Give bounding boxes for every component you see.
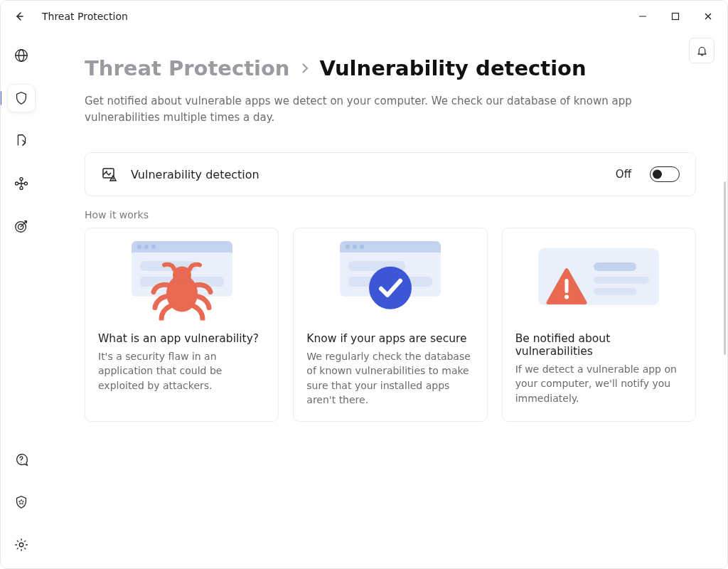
svg-point-15 xyxy=(564,295,569,299)
file-share-icon xyxy=(14,133,29,149)
card-what-is-vulnerability: What is an app vulnerability? It's a sec… xyxy=(85,228,279,422)
how-it-works-label: How it works xyxy=(85,209,696,220)
help-chat-icon xyxy=(14,452,29,467)
card-apps-secure: Know if your apps are secure We regularl… xyxy=(293,228,487,422)
globe-icon xyxy=(14,48,29,63)
scrollbar[interactable] xyxy=(724,181,726,355)
window-close-button[interactable] xyxy=(692,5,724,28)
svg-point-3 xyxy=(16,182,18,185)
card-desc: It's a security flaw in an application t… xyxy=(98,349,265,393)
chevron-right-icon xyxy=(300,60,310,76)
illustration-bug xyxy=(122,241,242,319)
back-button[interactable] xyxy=(9,6,29,26)
switch-knob xyxy=(653,170,662,179)
breadcrumb-parent[interactable]: Threat Protection xyxy=(85,56,290,80)
target-icon xyxy=(14,218,29,234)
arrow-left-icon xyxy=(14,11,25,22)
notifications-button[interactable] xyxy=(689,38,714,63)
card-be-notified: Be notified about vulnerabilities If we … xyxy=(502,228,696,422)
gear-icon xyxy=(14,537,29,553)
vulnerability-detection-switch[interactable] xyxy=(650,166,680,182)
sidebar-item-protection[interactable] xyxy=(8,85,35,112)
sidebar-item-browse[interactable] xyxy=(8,42,35,69)
breadcrumb-current: Vulnerability detection xyxy=(320,56,587,80)
sidebar-item-goals[interactable] xyxy=(8,213,35,240)
svg-point-14 xyxy=(369,267,412,309)
check-circle-icon xyxy=(367,265,414,312)
page-subtitle: Get notified about vulnerable apps we de… xyxy=(85,93,689,125)
sidebar-item-file[interactable] xyxy=(8,127,35,154)
sidebar-item-help[interactable] xyxy=(8,446,35,473)
svg-point-11 xyxy=(106,171,107,172)
titlebar: Threat Protection xyxy=(1,1,727,32)
svg-point-6 xyxy=(20,186,23,189)
sidebar-item-network[interactable] xyxy=(8,170,35,197)
svg-point-5 xyxy=(20,178,23,181)
bug-icon xyxy=(149,262,215,321)
toggle-state-label: Off xyxy=(616,168,631,181)
main-content: Threat Protection Vulnerability detectio… xyxy=(42,32,727,568)
card-title: What is an app vulnerability? xyxy=(98,332,265,345)
info-cards: What is an app vulnerability? It's a sec… xyxy=(85,228,696,422)
illustration-check xyxy=(330,241,451,319)
warning-triangle-icon xyxy=(546,268,587,305)
window-maximize-button[interactable] xyxy=(659,5,692,28)
sidebar-item-favorite[interactable] xyxy=(8,489,35,516)
shield-star-icon xyxy=(14,494,29,510)
svg-point-9 xyxy=(19,543,23,547)
sidebar xyxy=(1,32,42,568)
shield-icon xyxy=(14,90,29,106)
card-desc: If we detect a vulnerable app on your co… xyxy=(515,362,682,405)
toggle-label: Vulnerability detection xyxy=(131,168,603,181)
svg-point-4 xyxy=(24,182,27,185)
card-title: Be notified about vulnerabilities xyxy=(515,332,682,358)
minimize-icon xyxy=(638,12,647,21)
illustration-warning xyxy=(538,241,659,319)
window-title: Threat Protection xyxy=(42,11,128,22)
nodes-icon xyxy=(14,176,29,191)
vulnerability-detection-toggle-card: Vulnerability detection Off xyxy=(85,152,696,196)
picture-warning-icon xyxy=(101,166,118,183)
close-icon xyxy=(704,12,712,21)
maximize-icon xyxy=(671,12,680,21)
card-title: Know if your apps are secure xyxy=(306,332,473,345)
sidebar-item-settings[interactable] xyxy=(8,531,35,558)
window-minimize-button[interactable] xyxy=(626,5,659,28)
breadcrumb: Threat Protection Vulnerability detectio… xyxy=(85,56,696,80)
svg-rect-0 xyxy=(673,14,679,20)
bell-icon xyxy=(696,45,708,57)
card-desc: We regularly check the database of known… xyxy=(306,349,473,407)
